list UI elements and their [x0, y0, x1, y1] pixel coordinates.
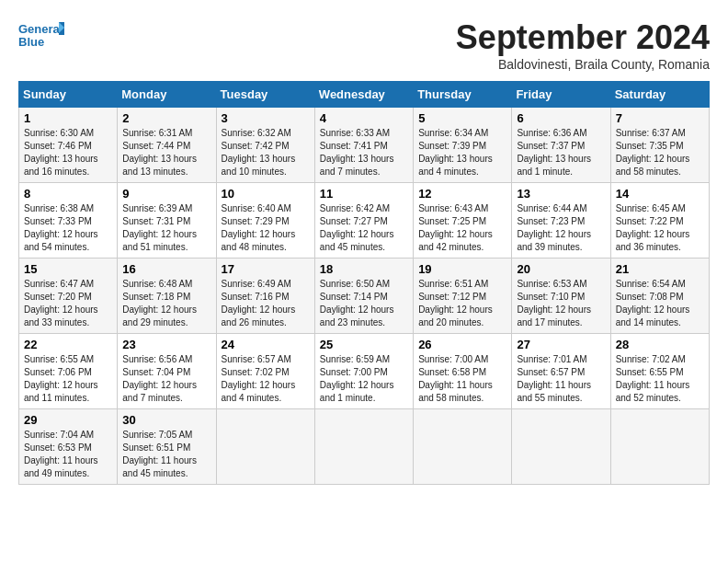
day-info: Sunrise: 6:55 AM Sunset: 7:06 PM Dayligh…	[24, 353, 112, 405]
day-info: Sunrise: 6:59 AM Sunset: 7:00 PM Dayligh…	[320, 353, 408, 405]
calendar-cell	[414, 409, 512, 485]
calendar-cell	[216, 409, 314, 485]
day-info: Sunrise: 6:57 AM Sunset: 7:02 PM Dayligh…	[222, 353, 310, 405]
day-number: 14	[616, 187, 704, 201]
day-number: 9	[122, 187, 210, 201]
calendar-cell: 7 Sunrise: 6:37 AM Sunset: 7:35 PM Dayli…	[610, 108, 709, 183]
day-number: 16	[122, 262, 210, 276]
calendar-cell: 19 Sunrise: 6:51 AM Sunset: 7:12 PM Dayl…	[414, 259, 512, 334]
day-number: 3	[222, 111, 310, 125]
header-saturday: Saturday	[610, 82, 709, 108]
header-tuesday: Tuesday	[216, 82, 314, 108]
calendar-cell	[512, 409, 610, 485]
day-info: Sunrise: 7:01 AM Sunset: 6:57 PM Dayligh…	[517, 353, 605, 405]
calendar-week-5: 29 Sunrise: 7:04 AM Sunset: 6:53 PM Dayl…	[19, 409, 710, 485]
day-number: 19	[418, 262, 506, 276]
day-number: 24	[222, 338, 310, 351]
calendar-cell: 24 Sunrise: 6:57 AM Sunset: 7:02 PM Dayl…	[216, 334, 314, 409]
calendar-cell: 13 Sunrise: 6:44 AM Sunset: 7:23 PM Dayl…	[512, 183, 610, 259]
day-number: 10	[222, 187, 310, 201]
calendar-cell: 11 Sunrise: 6:42 AM Sunset: 7:27 PM Dayl…	[314, 183, 413, 259]
day-number: 20	[517, 262, 605, 276]
calendar-cell: 3 Sunrise: 6:32 AM Sunset: 7:42 PM Dayli…	[216, 108, 314, 183]
day-info: Sunrise: 6:30 AM Sunset: 7:46 PM Dayligh…	[24, 127, 112, 178]
calendar-cell: 4 Sunrise: 6:33 AM Sunset: 7:41 PM Dayli…	[314, 108, 413, 183]
day-number: 18	[320, 262, 408, 276]
day-info: Sunrise: 6:54 AM Sunset: 7:08 PM Dayligh…	[616, 278, 704, 329]
day-info: Sunrise: 6:40 AM Sunset: 7:29 PM Dayligh…	[222, 202, 310, 254]
calendar-cell: 12 Sunrise: 6:43 AM Sunset: 7:25 PM Dayl…	[414, 183, 512, 259]
calendar-cell: 5 Sunrise: 6:34 AM Sunset: 7:39 PM Dayli…	[414, 108, 512, 183]
day-number: 27	[517, 338, 605, 351]
day-info: Sunrise: 6:47 AM Sunset: 7:20 PM Dayligh…	[24, 278, 112, 329]
day-number: 7	[616, 111, 704, 125]
day-info: Sunrise: 6:49 AM Sunset: 7:16 PM Dayligh…	[222, 278, 310, 329]
day-info: Sunrise: 7:04 AM Sunset: 6:53 PM Dayligh…	[24, 429, 112, 480]
day-info: Sunrise: 6:56 AM Sunset: 7:04 PM Dayligh…	[122, 353, 210, 405]
title-block: September 2024 Baldovinesti, Braila Coun…	[456, 18, 710, 72]
header-thursday: Thursday	[414, 82, 512, 108]
day-info: Sunrise: 6:38 AM Sunset: 7:33 PM Dayligh…	[24, 202, 112, 254]
calendar-cell: 29 Sunrise: 7:04 AM Sunset: 6:53 PM Dayl…	[19, 409, 118, 485]
calendar-week-1: 1 Sunrise: 6:30 AM Sunset: 7:46 PM Dayli…	[19, 108, 710, 183]
page-header: General Blue September 2024 Baldovinesti…	[18, 18, 710, 72]
day-info: Sunrise: 6:42 AM Sunset: 7:27 PM Dayligh…	[320, 202, 408, 254]
day-info: Sunrise: 6:36 AM Sunset: 7:37 PM Dayligh…	[517, 127, 605, 178]
calendar-cell: 9 Sunrise: 6:39 AM Sunset: 7:31 PM Dayli…	[118, 183, 216, 259]
calendar-cell: 2 Sunrise: 6:31 AM Sunset: 7:44 PM Dayli…	[118, 108, 216, 183]
day-info: Sunrise: 7:02 AM Sunset: 6:55 PM Dayligh…	[616, 353, 704, 405]
calendar-week-2: 8 Sunrise: 6:38 AM Sunset: 7:33 PM Dayli…	[19, 183, 710, 259]
day-info: Sunrise: 6:50 AM Sunset: 7:14 PM Dayligh…	[320, 278, 408, 329]
day-number: 29	[24, 413, 112, 427]
calendar-cell: 22 Sunrise: 6:55 AM Sunset: 7:06 PM Dayl…	[19, 334, 118, 409]
calendar-week-3: 15 Sunrise: 6:47 AM Sunset: 7:20 PM Dayl…	[19, 259, 710, 334]
day-info: Sunrise: 6:48 AM Sunset: 7:18 PM Dayligh…	[122, 278, 210, 329]
day-number: 26	[418, 338, 506, 351]
day-info: Sunrise: 6:51 AM Sunset: 7:12 PM Dayligh…	[418, 278, 506, 329]
logo: General Blue	[18, 18, 64, 55]
day-number: 6	[517, 111, 605, 125]
day-number: 17	[222, 262, 310, 276]
calendar-cell: 20 Sunrise: 6:53 AM Sunset: 7:10 PM Dayl…	[512, 259, 610, 334]
day-info: Sunrise: 7:00 AM Sunset: 6:58 PM Dayligh…	[418, 353, 506, 405]
header-sunday: Sunday	[19, 82, 118, 108]
day-info: Sunrise: 6:44 AM Sunset: 7:23 PM Dayligh…	[517, 202, 605, 254]
svg-text:Blue: Blue	[18, 35, 44, 49]
calendar-cell: 27 Sunrise: 7:01 AM Sunset: 6:57 PM Dayl…	[512, 334, 610, 409]
calendar-cell: 28 Sunrise: 7:02 AM Sunset: 6:55 PM Dayl…	[610, 334, 709, 409]
calendar-cell: 14 Sunrise: 6:45 AM Sunset: 7:22 PM Dayl…	[610, 183, 709, 259]
day-info: Sunrise: 6:33 AM Sunset: 7:41 PM Dayligh…	[320, 127, 408, 178]
location-subtitle: Baldovinesti, Braila County, Romania	[456, 57, 710, 72]
day-number: 22	[24, 338, 112, 351]
header-friday: Friday	[512, 82, 610, 108]
day-number: 5	[418, 111, 506, 125]
day-number: 28	[616, 338, 704, 351]
header-wednesday: Wednesday	[314, 82, 413, 108]
day-number: 4	[320, 111, 408, 125]
calendar-cell: 10 Sunrise: 6:40 AM Sunset: 7:29 PM Dayl…	[216, 183, 314, 259]
day-number: 11	[320, 187, 408, 201]
calendar-cell: 17 Sunrise: 6:49 AM Sunset: 7:16 PM Dayl…	[216, 259, 314, 334]
day-info: Sunrise: 6:31 AM Sunset: 7:44 PM Dayligh…	[122, 127, 210, 178]
calendar-cell: 8 Sunrise: 6:38 AM Sunset: 7:33 PM Dayli…	[19, 183, 118, 259]
svg-text:General: General	[18, 22, 63, 36]
calendar-cell: 15 Sunrise: 6:47 AM Sunset: 7:20 PM Dayl…	[19, 259, 118, 334]
month-title: September 2024	[456, 18, 710, 57]
calendar-cell: 18 Sunrise: 6:50 AM Sunset: 7:14 PM Dayl…	[314, 259, 413, 334]
day-info: Sunrise: 6:39 AM Sunset: 7:31 PM Dayligh…	[122, 202, 210, 254]
calendar-cell: 25 Sunrise: 6:59 AM Sunset: 7:00 PM Dayl…	[314, 334, 413, 409]
day-number: 1	[24, 111, 112, 125]
calendar-cell: 30 Sunrise: 7:05 AM Sunset: 6:51 PM Dayl…	[118, 409, 216, 485]
day-number: 13	[517, 187, 605, 201]
calendar-cell: 6 Sunrise: 6:36 AM Sunset: 7:37 PM Dayli…	[512, 108, 610, 183]
calendar-cell: 21 Sunrise: 6:54 AM Sunset: 7:08 PM Dayl…	[610, 259, 709, 334]
day-info: Sunrise: 6:53 AM Sunset: 7:10 PM Dayligh…	[517, 278, 605, 329]
calendar-week-4: 22 Sunrise: 6:55 AM Sunset: 7:06 PM Dayl…	[19, 334, 710, 409]
day-info: Sunrise: 6:32 AM Sunset: 7:42 PM Dayligh…	[222, 127, 310, 178]
calendar-cell: 26 Sunrise: 7:00 AM Sunset: 6:58 PM Dayl…	[414, 334, 512, 409]
calendar-cell	[610, 409, 709, 485]
calendar-cell: 1 Sunrise: 6:30 AM Sunset: 7:46 PM Dayli…	[19, 108, 118, 183]
logo-svg: General Blue	[18, 18, 64, 55]
day-number: 25	[320, 338, 408, 351]
day-number: 15	[24, 262, 112, 276]
